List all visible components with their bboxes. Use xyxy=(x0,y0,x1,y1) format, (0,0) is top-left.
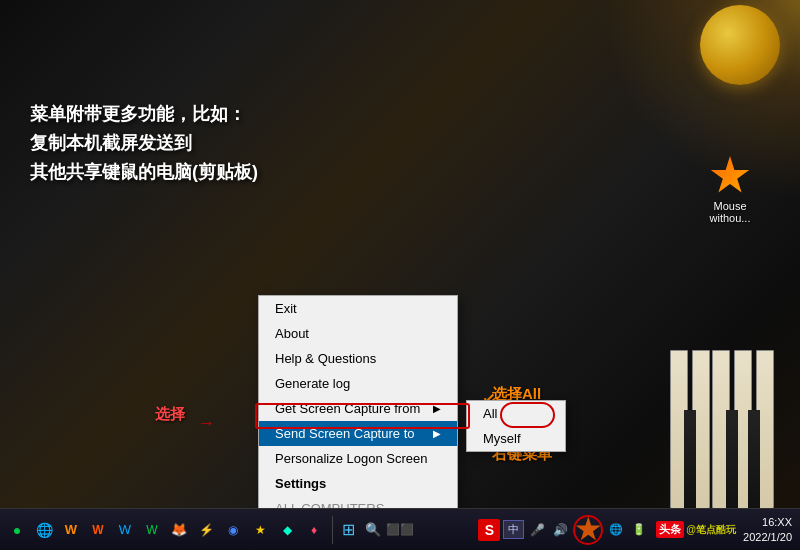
tray-mic-icon[interactable]: 🎤 xyxy=(527,520,547,540)
taskbar-icon-5[interactable]: W xyxy=(112,517,138,543)
submenu-item-all[interactable]: All xyxy=(467,401,565,426)
desktop-background: 菜单附带更多功能，比如： 复制本机截屏发送到 其他共享键鼠的电脑(剪贴板) Mo… xyxy=(0,0,800,550)
menu-item-exit[interactable]: Exit xyxy=(259,296,457,321)
desktop-icon-mwb[interactable]: Mouse withou... xyxy=(695,155,765,224)
mwb-icon-label: Mouse xyxy=(713,200,746,212)
system-clock[interactable]: 16:XX 2022/1/20 xyxy=(743,515,792,544)
menu-item-about[interactable]: About xyxy=(259,321,457,346)
menu-item-settings[interactable]: Settings xyxy=(259,471,457,496)
mwb-icon-image xyxy=(709,155,751,197)
menu-item-personalize[interactable]: Personalize Logon Screen xyxy=(259,446,457,471)
ime-indicator[interactable]: 中 xyxy=(503,520,524,539)
arrow-select: → xyxy=(197,413,215,434)
tray-speaker-icon[interactable]: 🔊 xyxy=(550,520,570,540)
menu-item-help[interactable]: Help & Questions xyxy=(259,346,457,371)
taskbar-icon-3[interactable]: W xyxy=(58,517,84,543)
taskbar-icon-2[interactable]: 🌐 xyxy=(31,517,57,543)
taskbar-icon-9[interactable]: ◉ xyxy=(220,517,246,543)
clock-date: 2022/1/20 xyxy=(743,530,792,544)
taskbar-icon-7[interactable]: 🦊 xyxy=(166,517,192,543)
taskbar-icons-left: ● 🌐 W W W W 🦊 ⚡ ◉ ★ ◆ ♦ xyxy=(4,516,478,544)
piano-keys-decoration xyxy=(670,310,800,510)
taskbar-icon-4[interactable]: W xyxy=(85,517,111,543)
menu-item-send-screen-capture[interactable]: Send Screen Capture to ▶ xyxy=(259,421,457,446)
clock-time: 16:XX xyxy=(743,515,792,529)
taskbar-separator-1 xyxy=(332,516,333,544)
mwb-icon-label2: withou... xyxy=(710,212,751,224)
system-tray: S 中 🎤 🔊 🌐 🔋 头条 @笔点酷玩 16:XX 2022/1/20 xyxy=(478,515,796,545)
annotation-select: 选择 xyxy=(155,405,185,424)
taskbar-icon-1[interactable]: ● xyxy=(4,517,30,543)
tray-network-icon[interactable]: 🌐 xyxy=(606,520,626,540)
gold-ball-decoration xyxy=(700,5,780,85)
taskbar-search[interactable]: 🔍 xyxy=(360,517,386,543)
taskbar: ● 🌐 W W W W 🦊 ⚡ ◉ ★ ◆ ♦ xyxy=(0,508,800,550)
taskbar-task-view[interactable]: ⬛⬛ xyxy=(387,517,413,543)
taskbar-mwb-icon[interactable] xyxy=(573,515,603,545)
taskbar-icon-11[interactable]: ◆ xyxy=(274,517,300,543)
toutiao-badge[interactable]: 头条 @笔点酷玩 xyxy=(656,521,736,538)
taskbar-icon-6[interactable]: W xyxy=(139,517,165,543)
arrow-send-screen: ▶ xyxy=(433,428,441,439)
windows-start-button[interactable]: ⊞ xyxy=(342,520,355,539)
submenu-send-screen: All Myself xyxy=(466,400,566,452)
taskbar-mwb-star xyxy=(575,517,601,543)
submenu-item-myself[interactable]: Myself xyxy=(467,426,565,451)
taskbar-icon-8[interactable]: ⚡ xyxy=(193,517,219,543)
sogou-icon[interactable]: S xyxy=(478,519,500,541)
arrow-get-screen: ▶ xyxy=(433,403,441,414)
taskbar-icon-10[interactable]: ★ xyxy=(247,517,273,543)
tray-battery-icon[interactable]: 🔋 xyxy=(629,520,649,540)
menu-item-get-screen-capture[interactable]: Get Screen Capture from ▶ xyxy=(259,396,457,421)
menu-item-generate-log[interactable]: Generate log xyxy=(259,371,457,396)
annotation-text-left: 菜单附带更多功能，比如： 复制本机截屏发送到 其他共享键鼠的电脑(剪贴板) xyxy=(30,100,258,186)
taskbar-icon-12[interactable]: ♦ xyxy=(301,517,327,543)
